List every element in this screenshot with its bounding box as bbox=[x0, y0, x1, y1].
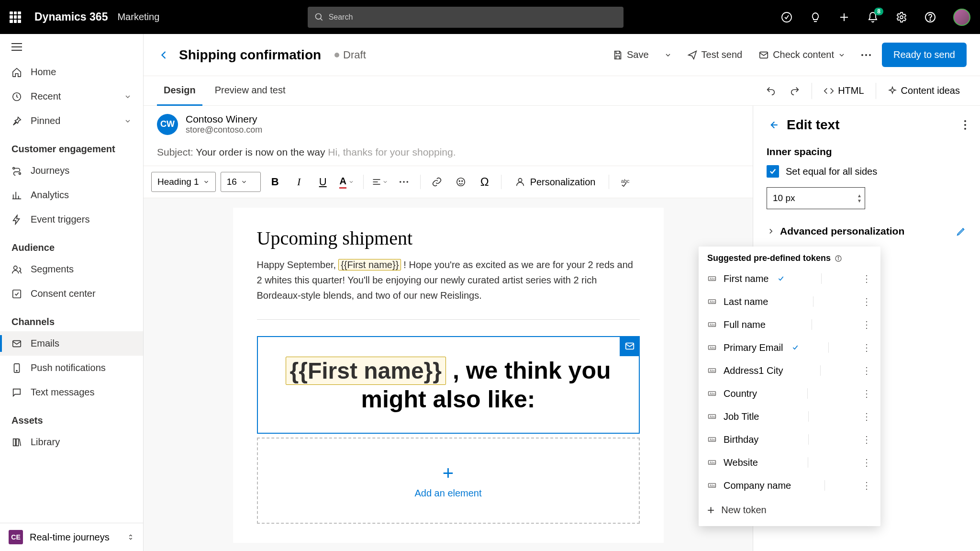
area-switcher[interactable]: CE Real-time journeys bbox=[0, 523, 143, 551]
token-first-name-large[interactable]: {{First name}} bbox=[286, 357, 446, 385]
text-field-icon: Abc bbox=[707, 412, 717, 421]
token-more-button[interactable]: ⋮ bbox=[862, 365, 872, 376]
task-icon[interactable] bbox=[781, 11, 792, 23]
collapse-nav-icon[interactable] bbox=[0, 34, 143, 60]
nav-library[interactable]: Library bbox=[0, 430, 143, 454]
token-more-button[interactable]: ⋮ bbox=[862, 342, 872, 353]
token-option[interactable]: AbcFirst name⋮ bbox=[699, 267, 880, 290]
tab-preview[interactable]: Preview and test bbox=[208, 76, 292, 106]
nav-group-heading: Customer engagement bbox=[0, 133, 143, 158]
token-more-button[interactable]: ⋮ bbox=[862, 411, 872, 422]
align-button[interactable] bbox=[370, 172, 390, 191]
nav-label: Consent center bbox=[31, 288, 96, 299]
body-paragraph[interactable]: Happy September, {{First name}} ! Hope y… bbox=[257, 257, 640, 303]
advanced-personalization-toggle[interactable]: Advanced personalization bbox=[767, 225, 967, 237]
check-content-button[interactable]: Check content bbox=[754, 45, 850, 64]
token-more-button[interactable]: ⋮ bbox=[862, 457, 872, 468]
symbol-button[interactable]: Ω bbox=[475, 172, 494, 191]
chevron-right-icon bbox=[767, 227, 775, 236]
undo-button[interactable] bbox=[759, 81, 783, 101]
token-option[interactable]: AbcJob Title⋮ bbox=[699, 405, 880, 428]
sender-row[interactable]: CW Contoso Winery store@contoso.com bbox=[144, 106, 753, 143]
stepper-arrows[interactable]: ▲▼ bbox=[857, 193, 862, 203]
settings-icon[interactable] bbox=[896, 11, 907, 23]
token-option[interactable]: AbcFull name⋮ bbox=[699, 313, 880, 336]
subject-row[interactable]: Subject: Your order is now on the way Hi… bbox=[144, 143, 753, 166]
spacing-input[interactable]: 10 px ▲▼ bbox=[767, 187, 865, 209]
tab-design[interactable]: Design bbox=[157, 76, 202, 106]
html-button[interactable]: HTML bbox=[817, 80, 870, 101]
panel-more-button[interactable] bbox=[964, 120, 967, 130]
svg-point-30 bbox=[403, 181, 405, 183]
token-option[interactable]: AbcPrimary Email⋮ bbox=[699, 336, 880, 359]
ready-to-send-button[interactable]: Ready to send bbox=[882, 43, 967, 67]
token-more-button[interactable]: ⋮ bbox=[862, 480, 872, 491]
panel-back-button[interactable] bbox=[767, 119, 779, 131]
info-icon[interactable] bbox=[835, 255, 842, 262]
popover-heading: Suggested pre-defined tokens bbox=[699, 247, 880, 267]
token-more-button[interactable]: ⋮ bbox=[862, 296, 872, 307]
redo-button[interactable] bbox=[783, 81, 807, 101]
token-label: Address1 City bbox=[724, 365, 783, 376]
global-search-input[interactable]: Search bbox=[308, 7, 624, 28]
edit-icon[interactable] bbox=[956, 226, 967, 236]
personalization-button[interactable]: Personalization bbox=[508, 174, 602, 191]
email-body[interactable]: Upcoming shipment Happy September, {{Fir… bbox=[144, 198, 753, 551]
add-element-zone[interactable]: + Add an element bbox=[257, 438, 640, 524]
nav-text-messages[interactable]: Text messages bbox=[0, 380, 143, 405]
token-more-button[interactable]: ⋮ bbox=[862, 434, 872, 445]
emoji-button[interactable] bbox=[451, 172, 470, 191]
block-handle-icon[interactable] bbox=[620, 336, 640, 356]
token-option[interactable]: AbcAddress1 City⋮ bbox=[699, 359, 880, 382]
token-option[interactable]: AbcLast name⋮ bbox=[699, 290, 880, 313]
back-button[interactable] bbox=[157, 48, 170, 62]
add-icon[interactable] bbox=[838, 11, 850, 23]
token-first-name[interactable]: {{First name}} bbox=[338, 259, 401, 270]
nav-home[interactable]: Home bbox=[0, 60, 143, 84]
italic-button[interactable]: I bbox=[290, 172, 309, 191]
nav-push-notifications[interactable]: Push notifications bbox=[0, 356, 143, 380]
nav-analytics[interactable]: Analytics bbox=[0, 183, 143, 207]
font-color-button[interactable]: A bbox=[337, 172, 356, 191]
token-option[interactable]: AbcCompany name⋮ bbox=[699, 474, 880, 497]
global-header: Dynamics 365 Marketing Search 8 bbox=[0, 0, 980, 34]
save-dropdown[interactable] bbox=[660, 47, 676, 63]
selected-text-block[interactable]: {{First name}} , we think you might also… bbox=[257, 336, 640, 434]
token-more-button[interactable]: ⋮ bbox=[862, 319, 872, 330]
test-send-button[interactable]: Test send bbox=[682, 45, 747, 64]
token-more-button[interactable]: ⋮ bbox=[862, 273, 872, 284]
underline-button[interactable]: U bbox=[313, 172, 333, 191]
add-element-label: Add an element bbox=[282, 488, 615, 499]
nav-recent[interactable]: Recent bbox=[0, 84, 143, 109]
equal-sides-checkbox[interactable]: Set equal for all sides bbox=[767, 165, 967, 178]
lightbulb-icon[interactable] bbox=[810, 11, 821, 23]
notifications-icon[interactable]: 8 bbox=[867, 11, 879, 23]
new-token-button[interactable]: + New token bbox=[699, 497, 880, 523]
token-option[interactable]: AbcBirthday⋮ bbox=[699, 428, 880, 451]
spellcheck-button[interactable]: abc bbox=[616, 172, 635, 191]
link-button[interactable] bbox=[427, 172, 446, 191]
content-ideas-button[interactable]: Content ideas bbox=[881, 80, 967, 101]
save-button[interactable]: Save bbox=[608, 45, 654, 64]
nav-event-triggers[interactable]: Event triggers bbox=[0, 207, 143, 232]
app-launcher-icon[interactable] bbox=[10, 11, 21, 23]
help-icon[interactable] bbox=[924, 11, 936, 23]
nav-emails[interactable]: Emails bbox=[0, 331, 143, 356]
more-format-button[interactable] bbox=[394, 172, 413, 191]
headline-text[interactable]: {{First name}} , we think you might also… bbox=[267, 356, 629, 414]
body-heading[interactable]: Upcoming shipment bbox=[257, 227, 640, 249]
nav-pinned[interactable]: Pinned bbox=[0, 109, 143, 133]
token-option[interactable]: AbcCountry⋮ bbox=[699, 382, 880, 405]
text-field-icon: Abc bbox=[707, 481, 717, 490]
style-select[interactable]: Heading 1 bbox=[151, 172, 216, 192]
nav-consent-center[interactable]: Consent center bbox=[0, 281, 143, 306]
svg-text:Abc: Abc bbox=[710, 323, 715, 326]
font-size-select[interactable]: 16 bbox=[221, 172, 261, 192]
nav-segments[interactable]: Segments bbox=[0, 257, 143, 281]
more-commands-button[interactable] bbox=[857, 50, 875, 60]
bold-button[interactable]: B bbox=[266, 172, 285, 191]
token-option[interactable]: AbcWebsite⋮ bbox=[699, 451, 880, 474]
user-avatar[interactable] bbox=[953, 9, 970, 26]
nav-journeys[interactable]: Journeys bbox=[0, 158, 143, 183]
token-more-button[interactable]: ⋮ bbox=[862, 388, 872, 399]
